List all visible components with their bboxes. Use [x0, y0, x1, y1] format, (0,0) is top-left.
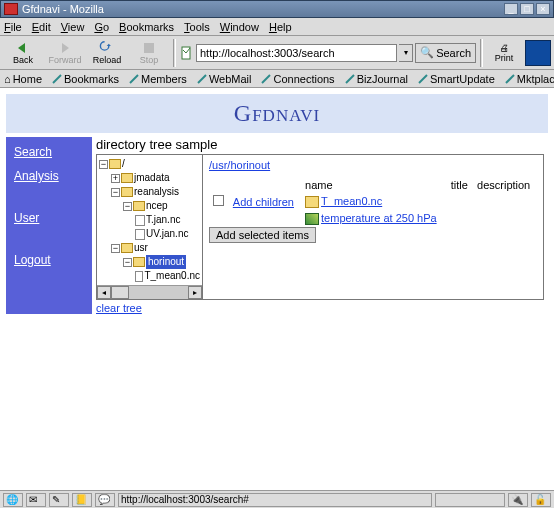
item-link[interactable]: temperature at 250 hPa [321, 212, 437, 224]
bookmark-slash-icon [197, 74, 207, 84]
status-compose-icon[interactable]: ✎ [49, 493, 69, 507]
home-icon: ⌂ [4, 73, 11, 85]
bookmarks-toolbar: ⌂Home Bookmarks Members WebMail Connecti… [0, 70, 554, 88]
status-addr-icon[interactable]: 📒 [72, 493, 92, 507]
back-icon [15, 41, 31, 55]
detail-pane: /usr/horinout name title description Add… [203, 155, 543, 299]
sidebar-item-search[interactable]: Search [14, 145, 92, 159]
svg-line-9 [419, 75, 427, 83]
tree-node[interactable]: −reanalysis [99, 185, 200, 199]
sidebar: Search Analysis User Logout [6, 137, 92, 314]
table-header-row: name title description [209, 177, 537, 193]
menu-view[interactable]: View [61, 21, 85, 33]
tree-leaf[interactable]: T.jan.nc [99, 213, 200, 227]
bm-bookmarks[interactable]: Bookmarks [52, 73, 119, 85]
menu-file[interactable]: File [4, 21, 22, 33]
status-irc-icon[interactable]: 💬 [95, 493, 115, 507]
tree-hscrollbar[interactable]: ◂ ▸ [97, 285, 202, 299]
status-nav-icon[interactable]: 🌐 [3, 493, 23, 507]
file-icon [135, 215, 145, 226]
status-lock-icon[interactable]: 🔓 [531, 493, 551, 507]
url-input[interactable] [196, 44, 397, 62]
svg-line-5 [130, 75, 138, 83]
forward-icon [57, 41, 73, 55]
folder-icon [121, 173, 133, 183]
tree-node-root[interactable]: −/ [99, 157, 200, 171]
minimize-button[interactable]: _ [504, 3, 518, 15]
collapse-icon[interactable]: − [123, 258, 132, 267]
print-icon: 🖨 [500, 43, 509, 53]
collapse-icon[interactable]: − [99, 160, 108, 169]
print-button[interactable]: 🖨Print [487, 43, 521, 63]
clear-tree-link[interactable]: clear tree [96, 302, 142, 314]
app-icon [4, 3, 18, 15]
url-bar: ▾ [180, 44, 413, 62]
svg-marker-0 [18, 43, 25, 53]
folder-icon [305, 196, 319, 208]
bm-connections[interactable]: Connections [261, 73, 334, 85]
bm-webmail[interactable]: WebMail [197, 73, 252, 85]
folder-icon [121, 187, 133, 197]
add-children-link[interactable]: Add children [233, 196, 294, 208]
menu-edit[interactable]: Edit [32, 21, 51, 33]
menu-help[interactable]: Help [269, 21, 292, 33]
url-dropdown[interactable]: ▾ [399, 44, 413, 62]
sidebar-item-analysis[interactable]: Analysis [14, 169, 92, 183]
row-checkbox[interactable] [213, 195, 224, 206]
status-mail-icon[interactable]: ✉ [26, 493, 46, 507]
bookmark-slash-icon [129, 74, 139, 84]
forward-button[interactable]: Forward [45, 38, 85, 68]
back-button[interactable]: Back [3, 38, 43, 68]
maximize-button[interactable]: □ [520, 3, 534, 15]
bookmark-slash-icon [505, 74, 515, 84]
tree-leaf[interactable]: UV.jan.nc [99, 227, 200, 241]
bm-members[interactable]: Members [129, 73, 187, 85]
reload-button[interactable]: Reload [87, 38, 127, 68]
status-online-icon[interactable]: 🔌 [508, 493, 528, 507]
col-name: name [301, 177, 447, 193]
stop-button[interactable]: Stop [129, 38, 169, 68]
bm-bizjournal[interactable]: BizJournal [345, 73, 408, 85]
page-heading: directory tree sample [96, 137, 544, 152]
tree-node[interactable]: −usr [99, 241, 200, 255]
stop-icon [141, 41, 157, 55]
tree-node-selected[interactable]: −horinout [99, 255, 200, 269]
collapse-icon[interactable]: − [111, 188, 120, 197]
reload-icon [99, 41, 115, 55]
svg-line-4 [53, 75, 61, 83]
status-text: http://localhost:3003/search# [118, 493, 432, 507]
tree-node[interactable]: −ncep [99, 199, 200, 213]
folder-icon [133, 257, 145, 267]
bookmark-slash-icon [345, 74, 355, 84]
menu-window[interactable]: Window [220, 21, 259, 33]
add-selected-button[interactable]: Add selected items [209, 227, 316, 243]
scroll-left-icon[interactable]: ◂ [97, 286, 111, 299]
bm-smartupdate[interactable]: SmartUpdate [418, 73, 495, 85]
table-row: temperature at 250 hPa [209, 210, 537, 227]
search-button[interactable]: 🔍Search [415, 43, 476, 63]
bm-home[interactable]: ⌂Home [4, 73, 42, 85]
bm-mktplace[interactable]: Mktplace [505, 73, 554, 85]
bookmark-icon[interactable] [180, 46, 194, 60]
menu-tools[interactable]: Tools [184, 21, 210, 33]
sidebar-item-logout[interactable]: Logout [14, 253, 92, 267]
scroll-right-icon[interactable]: ▸ [188, 286, 202, 299]
collapse-icon[interactable]: − [123, 202, 132, 211]
search-icon: 🔍 [420, 46, 434, 59]
expand-icon[interactable]: + [111, 174, 120, 183]
file-icon [135, 229, 145, 240]
menu-go[interactable]: Go [94, 21, 109, 33]
path-link[interactable]: /usr/horinout [209, 159, 270, 171]
tree-leaf[interactable]: T_mean0.nc [99, 269, 200, 283]
close-button[interactable]: × [536, 3, 550, 15]
svg-marker-1 [62, 43, 69, 53]
variable-icon [305, 213, 319, 225]
item-link[interactable]: T_mean0.nc [321, 195, 382, 207]
tree-node[interactable]: +jmadata [99, 171, 200, 185]
collapse-icon[interactable]: − [111, 244, 120, 253]
sidebar-item-user[interactable]: User [14, 211, 92, 225]
window-title: Gfdnavi - Mozilla [22, 3, 504, 15]
table-row: Add children T_mean0.nc [209, 193, 537, 210]
folder-icon [133, 201, 145, 211]
menu-bookmarks[interactable]: Bookmarks [119, 21, 174, 33]
